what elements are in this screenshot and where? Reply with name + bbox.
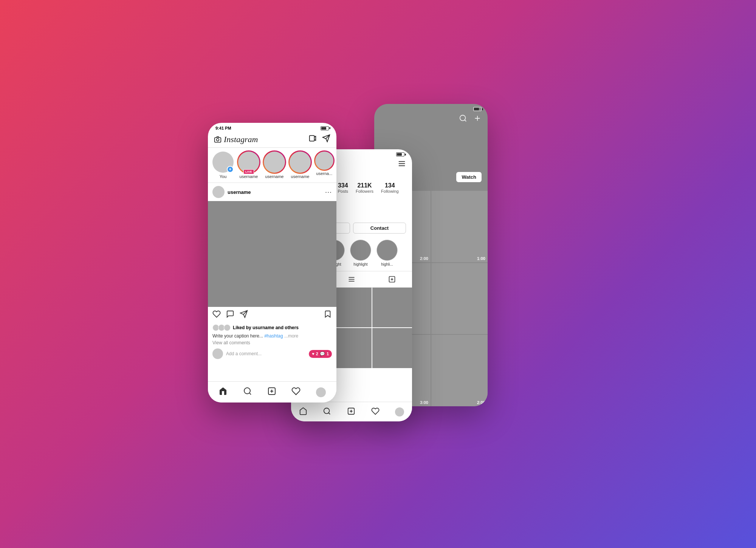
video-header <box>374 113 488 127</box>
story-3-label: username <box>291 174 310 179</box>
comment-avatar <box>212 348 223 359</box>
nav-add-p[interactable] <box>347 407 355 417</box>
phone-feed: 9:41 PM Instagram <box>208 123 336 402</box>
comment-row: Add a comment... ♥ 2 💬 1 <box>208 347 336 362</box>
stat-posts: 334 Posts <box>338 182 348 194</box>
comment-button[interactable] <box>226 310 234 320</box>
hamburger-menu[interactable] <box>398 159 406 170</box>
svg-rect-2 <box>310 136 314 141</box>
story-4[interactable]: userna... <box>315 152 333 179</box>
status-bar-video <box>374 104 488 113</box>
post-liked: Liked by usurname and others <box>208 324 336 333</box>
notif-comments-count: 1 <box>327 351 329 356</box>
profile-stats: 334 Posts 211K Followers 134 Following <box>330 182 406 194</box>
caption-text: Write your caption here... <box>212 333 263 339</box>
post-actions <box>208 307 336 324</box>
battery-icon-2 <box>396 152 404 156</box>
nav-profile-p[interactable] <box>395 407 404 416</box>
story-2-label: username <box>265 174 284 179</box>
highlight-4[interactable]: highli... <box>376 240 398 266</box>
story-2[interactable]: username <box>264 152 285 179</box>
video-time-5: 3:00 <box>420 400 428 405</box>
nav-heart-p[interactable] <box>371 407 380 417</box>
highlight-label-3: highlight <box>353 262 367 266</box>
nav-heart[interactable] <box>291 387 301 398</box>
highlight-circle-4 <box>376 240 398 261</box>
stories-row: + You username username username <box>208 148 336 183</box>
post-header: username ··· <box>208 183 336 201</box>
post-caption: Write your caption here... #hashtag ...m… <box>208 333 336 340</box>
svg-line-23 <box>329 413 330 414</box>
instagram-header: Instagram <box>208 132 336 148</box>
story-4-label: userna... <box>316 171 333 176</box>
add-comment-input[interactable]: Add a comment... <box>226 351 306 356</box>
nav-search-p[interactable] <box>323 407 331 417</box>
following-label: Following <box>381 189 398 194</box>
share-button[interactable] <box>240 310 248 320</box>
notification-bubble: ♥ 2 💬 1 <box>309 350 332 358</box>
highlight-label-4: highli... <box>381 262 393 266</box>
svg-point-22 <box>324 408 330 413</box>
story-2-avatar <box>264 152 285 173</box>
post-more-button[interactable]: ··· <box>325 188 332 196</box>
instagram-logo: Instagram <box>214 135 258 144</box>
posts-count: 334 <box>338 182 348 189</box>
nav-home[interactable] <box>218 387 228 398</box>
followers-count: 211K <box>357 182 372 189</box>
header-icons <box>308 134 330 144</box>
posts-label: Posts <box>338 189 348 194</box>
direct-icon[interactable] <box>322 134 330 144</box>
video-cell-6[interactable]: 2:00 <box>431 335 488 406</box>
igtv-icon[interactable] <box>308 134 317 144</box>
highlight-circle-3 <box>350 240 371 261</box>
grid-cell-5[interactable] <box>332 328 371 368</box>
story-you-label: You <box>220 174 227 179</box>
logo-text: Instagram <box>224 135 258 144</box>
svg-line-7 <box>249 393 251 394</box>
status-bar-feed: 9:41 PM <box>208 123 336 132</box>
notif-heart-icon: ♥ <box>312 351 314 356</box>
notif-comment-icon: 💬 <box>320 351 325 356</box>
highlight-3[interactable]: highlight <box>350 240 371 266</box>
grid-cell-3[interactable] <box>372 288 412 327</box>
caption-hashtag[interactable]: #hashtag <box>264 333 283 339</box>
svg-point-27 <box>460 115 466 121</box>
notif-likes-count: 2 <box>316 351 318 356</box>
nav-add[interactable] <box>267 387 276 398</box>
like-button[interactable] <box>212 310 221 320</box>
nav-home-p[interactable] <box>299 407 307 417</box>
story-4-avatar <box>315 152 333 170</box>
phones-container: 9:41 PM Instagram <box>208 104 548 444</box>
story-live[interactable]: username <box>238 152 259 179</box>
svg-line-28 <box>465 120 466 121</box>
nav-search[interactable] <box>243 387 252 398</box>
tab-list[interactable] <box>332 271 372 287</box>
stat-following: 134 Following <box>381 182 398 194</box>
liked-text: Liked by usurname and others <box>233 325 299 330</box>
contact-button[interactable]: Contact <box>353 223 406 234</box>
bookmark-button[interactable] <box>324 310 332 320</box>
status-time: 9:41 PM <box>215 126 231 130</box>
post-user: username <box>212 186 251 198</box>
view-comments[interactable]: View all comments <box>208 340 336 347</box>
add-icon[interactable] <box>473 114 482 124</box>
live-avatar <box>238 152 259 173</box>
grid-cell-2[interactable] <box>332 288 371 327</box>
nav-profile[interactable] <box>316 387 326 397</box>
liked-dot-3 <box>224 324 231 331</box>
post-avatar <box>212 186 225 198</box>
story-3-avatar <box>290 152 311 173</box>
video-cell-4[interactable] <box>431 263 488 334</box>
caption-more[interactable]: ...more <box>284 333 298 339</box>
post-username: username <box>228 189 251 195</box>
story-3[interactable]: username <box>290 152 311 179</box>
tab-tagged[interactable] <box>372 271 412 287</box>
story-you[interactable]: + You <box>212 152 234 179</box>
story-live-label: username <box>240 174 258 179</box>
video-cell-2[interactable]: 1:00 <box>431 191 488 262</box>
stat-followers: 211K Followers <box>356 182 373 194</box>
search-icon[interactable] <box>459 114 467 124</box>
watch-button[interactable]: Watch <box>456 172 482 182</box>
battery-icon <box>321 126 329 130</box>
grid-cell-6[interactable] <box>372 328 412 368</box>
